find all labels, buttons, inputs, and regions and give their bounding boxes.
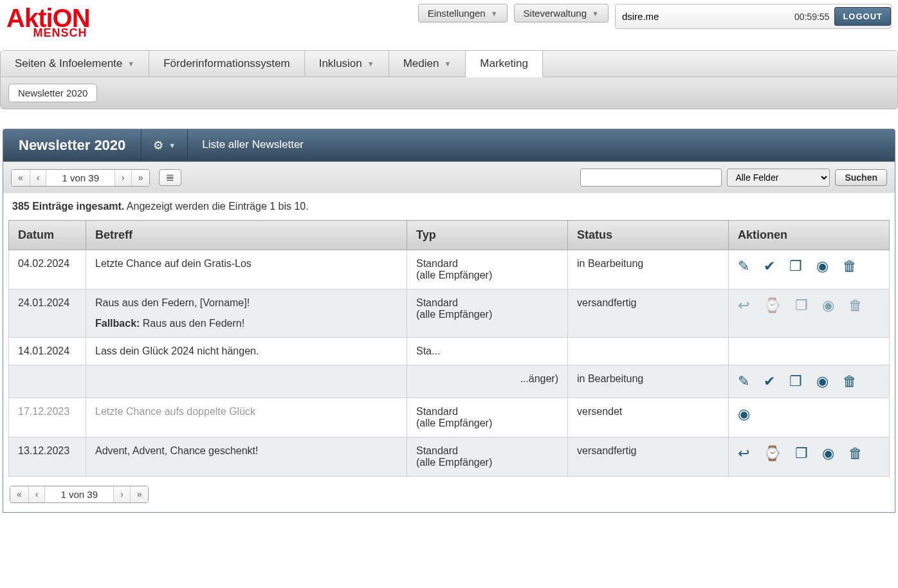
summary-range: Angezeigt werden die Einträge 1 bis 10. — [124, 201, 308, 212]
chevron-down-icon: ▼ — [367, 60, 374, 68]
main-nav: Seiten & Infoelemente▼Förderinformations… — [0, 50, 898, 77]
cell-date: 14.01.2024 — [9, 338, 86, 365]
sub-nav: Newsletter 2020 — [0, 77, 898, 109]
check-icon[interactable]: ✔ — [764, 373, 775, 390]
col-type[interactable]: Typ — [407, 221, 568, 250]
cell-actions: ✎✔❐◉🗑 — [729, 365, 890, 398]
search-input[interactable] — [580, 169, 722, 187]
cell-actions — [729, 338, 890, 365]
subtab-newsletter[interactable]: Newsletter 2020 — [8, 84, 97, 102]
cell-subject: Letzte Chance aufs doppelte Glück — [86, 398, 407, 437]
cell-subject: Letzte Chance auf dein Gratis-Los — [86, 250, 407, 289]
tab-label: Marketing — [480, 57, 528, 70]
pencil-icon[interactable]: ✎ — [738, 373, 749, 390]
pager-last[interactable]: » — [132, 170, 150, 186]
table-row: 13.12.2023Advent, Advent, Chance geschen… — [9, 437, 890, 477]
cell-type: Standard(alle Empfänger) — [407, 398, 568, 437]
cell-status — [568, 338, 729, 365]
tab-medien[interactable]: Medien▼ — [389, 51, 466, 77]
tab-f-rderinformationssystem[interactable]: Förderinformationssystem — [149, 51, 305, 77]
col-status[interactable]: Status — [568, 221, 729, 250]
settings-sliders-icon[interactable]: 𝌆 — [159, 169, 181, 186]
pager-last[interactable]: » — [131, 486, 149, 502]
chevron-down-icon: ▼ — [169, 142, 176, 149]
reply-icon[interactable]: ↩ — [738, 297, 749, 314]
search-field-select[interactable]: Alle Felder — [727, 169, 830, 187]
panel-header: Newsletter 2020 ⚙ ▼ Liste aller Newslett… — [3, 129, 895, 161]
cell-date: 17.12.2023 — [9, 398, 86, 437]
cell-type: Standard(alle Empfänger) — [407, 437, 568, 477]
table-row: 14.01.2024Lass dein Glück 2024 nicht hän… — [9, 338, 890, 365]
search-button[interactable]: Suchen — [835, 169, 887, 186]
cell-type: Standard(alle Empfänger) — [407, 250, 568, 289]
trash-icon[interactable]: 🗑 — [848, 297, 863, 314]
table-row: 04.02.2024Letzte Chance auf dein Gratis-… — [9, 250, 890, 289]
cell-subject: Lass dein Glück 2024 nicht hängen. — [86, 338, 407, 365]
result-summary: 385 Einträge ingesamt. Angezeigt werden … — [3, 193, 895, 220]
clock-icon[interactable]: ⌚ — [764, 297, 781, 314]
tab-label: Inklusion — [319, 57, 362, 70]
table-row: 17.12.2023Letzte Chance aufs doppelte Gl… — [9, 398, 890, 437]
fallback-label: Fallback: — [95, 318, 140, 329]
pager-next[interactable]: › — [115, 170, 132, 186]
siteadmin-menu[interactable]: Siteverwaltung ▼ — [514, 4, 609, 23]
tab-label: Förderinformationssystem — [163, 57, 290, 70]
tab-label: Seiten & Infoelemente — [15, 57, 122, 70]
cell-type: Standard(alle Empfänger) — [407, 289, 568, 338]
pager-info: 1 von 39 — [46, 170, 115, 186]
copy-icon[interactable]: ❐ — [789, 373, 802, 390]
tab-marketing[interactable]: Marketing — [466, 51, 543, 77]
col-actions[interactable]: Aktionen — [729, 221, 890, 250]
chevron-down-icon: ▼ — [592, 10, 599, 17]
reply-icon[interactable]: ↩ — [738, 445, 749, 462]
trash-icon[interactable]: 🗑 — [843, 373, 857, 390]
col-date[interactable]: Datum — [9, 221, 86, 250]
cell-status: in Bearbeitung — [568, 365, 729, 398]
col-subject[interactable]: Betreff — [86, 221, 407, 250]
pager-prev[interactable]: ‹ — [29, 486, 46, 502]
copy-icon[interactable]: ❐ — [795, 445, 808, 462]
logout-button[interactable]: LOGOUT — [834, 7, 891, 26]
pager-first[interactable]: « — [10, 486, 29, 502]
cell-subject — [86, 365, 407, 398]
username-field[interactable] — [622, 11, 789, 22]
copy-icon[interactable]: ❐ — [789, 258, 802, 275]
panel-gear-menu[interactable]: ⚙ ▼ — [142, 129, 188, 161]
tab-inklusion[interactable]: Inklusion▼ — [305, 51, 389, 77]
pencil-icon[interactable]: ✎ — [738, 258, 749, 275]
settings-menu[interactable]: Einstellungen ▼ — [418, 4, 508, 23]
cell-actions: ↩⌚❐◉🗑 — [729, 289, 890, 338]
pager-next[interactable]: › — [114, 486, 131, 502]
eye-icon[interactable]: ◉ — [816, 258, 829, 275]
siteadmin-label: Siteverwaltung — [524, 8, 587, 19]
pager-first[interactable]: « — [12, 170, 30, 186]
cell-status: in Bearbeitung — [568, 250, 729, 289]
chevron-down-icon: ▼ — [444, 60, 451, 68]
trash-icon[interactable]: 🗑 — [843, 258, 857, 275]
settings-label: Einstellungen — [428, 8, 486, 19]
clock-icon[interactable]: ⌚ — [764, 445, 781, 462]
cell-actions: ◉ — [729, 398, 890, 437]
cell-status: versandfertig — [568, 289, 729, 338]
newsletter-table: Datum Betreff Typ Status Aktionen 04.02.… — [8, 220, 890, 477]
table-row: 24.01.2024Raus aus den Federn, [Vorname]… — [9, 289, 890, 338]
eye-icon[interactable]: ◉ — [822, 445, 834, 462]
tab-seiten-infoelemente[interactable]: Seiten & Infoelemente▼ — [1, 51, 149, 77]
fallback-text: Raus aus den Federn! — [140, 318, 244, 329]
logo: AktiON MENSCH — [3, 4, 90, 37]
panel-breadcrumb: Liste aller Newsletter — [188, 129, 318, 161]
panel-title: Newsletter 2020 — [3, 129, 142, 161]
cell-actions: ↩⌚❐◉🗑 — [729, 437, 890, 477]
eye-icon[interactable]: ◉ — [816, 373, 829, 390]
pager-top: « ‹ 1 von 39 › » — [11, 169, 150, 187]
cell-date: 04.02.2024 — [9, 250, 86, 289]
eye-icon[interactable]: ◉ — [738, 406, 750, 423]
cell-type: ...änger) — [407, 365, 568, 398]
cell-status: versendet — [568, 398, 729, 437]
check-icon[interactable]: ✔ — [764, 258, 775, 275]
trash-icon[interactable]: 🗑 — [848, 445, 863, 462]
eye-icon[interactable]: ◉ — [822, 297, 834, 314]
table-row: ...änger)in Bearbeitung✎✔❐◉🗑 — [9, 365, 890, 398]
copy-icon[interactable]: ❐ — [795, 297, 808, 314]
pager-prev[interactable]: ‹ — [30, 170, 47, 186]
